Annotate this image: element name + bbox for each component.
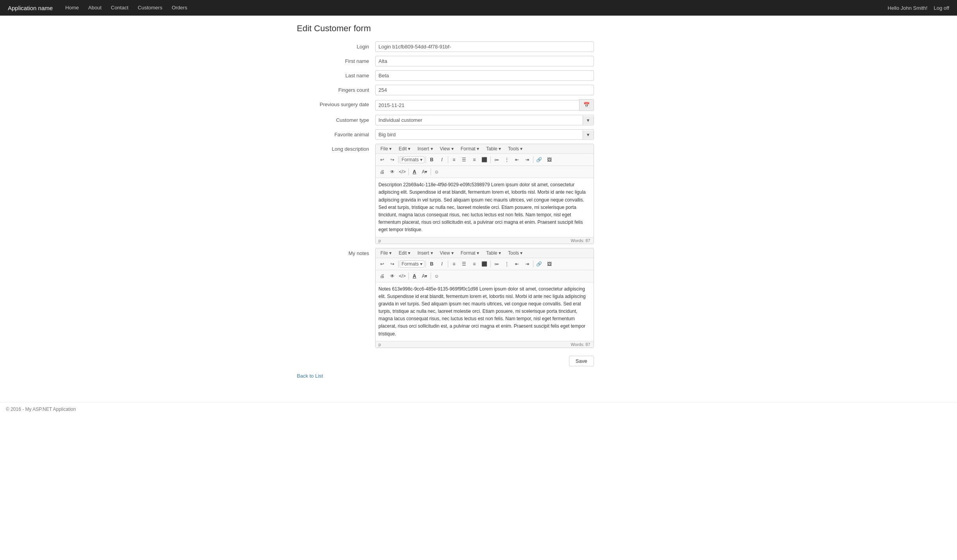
toolbar-sep3 (448, 156, 448, 163)
notes-menu-file[interactable]: File ▾ (377, 250, 395, 257)
toolbar-undo[interactable]: ↩ (377, 155, 387, 164)
toolbar-align-center[interactable]: ☰ (460, 155, 469, 164)
notes-group: My notes File ▾ Edit ▾ Insert ▾ View ▾ F… (297, 248, 660, 348)
notes-toolbar-emoji[interactable]: ☺ (432, 271, 442, 281)
long-desc-label: Long description (297, 144, 375, 152)
notes-toolbar-bg-color[interactable]: A▾ (420, 271, 429, 281)
notes-toolbar-sep5 (533, 260, 533, 268)
navbar: Application name Home About Contact Cust… (0, 0, 957, 16)
animal-group: Favorite animal Big bird Cat Dog ▼ (297, 129, 660, 140)
notes-toolbar-italic[interactable]: I (437, 259, 447, 269)
toolbar-font-color[interactable]: A (410, 167, 419, 177)
back-to-list-link[interactable]: Back to List (297, 373, 323, 379)
fingers-input[interactable] (375, 85, 594, 95)
toolbar-justify[interactable]: ⬛ (480, 155, 489, 164)
notes-toolbar-sep4 (490, 260, 491, 268)
notes-menu-format[interactable]: Format ▾ (458, 250, 482, 257)
notes-element: p (379, 342, 381, 347)
navbar-right: Hello John Smith! Log off (888, 5, 949, 11)
toolbar-num-list[interactable]: ⋮ (502, 155, 512, 164)
customer-type-select[interactable]: Individual customer Business customer (376, 115, 583, 125)
animal-select[interactable]: Big bird Cat Dog (376, 130, 583, 139)
notes-toolbar-font-color[interactable]: A (410, 271, 419, 281)
surgery-date-wrapper: 📅 (375, 99, 594, 111)
notes-words: Words: 87 (571, 342, 590, 347)
notes-toolbar-link[interactable]: 🔗 (535, 259, 544, 269)
toolbar-italic[interactable]: I (437, 155, 447, 164)
surgery-date-input[interactable] (375, 100, 579, 111)
toolbar-formats[interactable]: Formats ▾ (400, 156, 424, 163)
toolbar-preview[interactable]: 👁 (388, 167, 397, 177)
notes-menu-insert[interactable]: Insert ▾ (414, 250, 436, 257)
lastname-input[interactable] (375, 70, 594, 81)
menu-file[interactable]: File ▾ (377, 145, 395, 152)
notes-toolbar-justify[interactable]: ⬛ (480, 259, 489, 269)
nav-contact[interactable]: Contact (106, 0, 133, 16)
notes-toolbar-bullet-list[interactable]: ≔ (492, 259, 501, 269)
long-desc-words: Words: 87 (571, 238, 590, 243)
notes-menu-table[interactable]: Table ▾ (483, 250, 504, 257)
firstname-input[interactable] (375, 56, 594, 66)
notes-toolbar-num-list[interactable]: ⋮ (502, 259, 512, 269)
notes-toolbar-align-center[interactable]: ☰ (460, 259, 469, 269)
notes-toolbar-sep3 (448, 260, 448, 268)
toolbar-print[interactable]: 🖨 (377, 167, 387, 177)
toolbar-emoji[interactable]: ☺ (432, 167, 442, 177)
notes-toolbar-print[interactable]: 🖨 (377, 271, 387, 281)
notes-toolbar-indent[interactable]: ⇥ (522, 259, 532, 269)
customer-type-arrow[interactable]: ▼ (583, 116, 594, 125)
menu-format[interactable]: Format ▾ (458, 145, 482, 152)
toolbar-link[interactable]: 🔗 (535, 155, 544, 164)
toolbar-image[interactable]: 🖼 (545, 155, 554, 164)
long-desc-content[interactable]: Description 22b69a4c-118e-4f9d-9029-e09f… (376, 178, 594, 237)
menu-insert[interactable]: Insert ▾ (414, 145, 436, 152)
notes-toolbar-outdent[interactable]: ⇤ (512, 259, 522, 269)
app-brand[interactable]: Application name (8, 5, 53, 11)
notes-toolbar-undo[interactable]: ↩ (377, 259, 387, 269)
toolbar-bullet-list[interactable]: ≔ (492, 155, 501, 164)
notes-toolbar-redo[interactable]: ↪ (388, 259, 397, 269)
logout-link[interactable]: Log off (934, 5, 949, 11)
lastname-label: Last name (297, 70, 375, 78)
animal-arrow[interactable]: ▼ (583, 130, 594, 139)
toolbar-code[interactable]: </> (398, 167, 407, 177)
notes-menu-edit[interactable]: Edit ▾ (395, 250, 413, 257)
nav-customers[interactable]: Customers (133, 0, 167, 16)
notes-content[interactable]: Notes 613e998c-9cc6-485e-9135-969f9f0c1d… (376, 282, 594, 341)
notes-menu-tools[interactable]: Tools ▾ (505, 250, 526, 257)
notes-toolbar-bold[interactable]: B (427, 259, 436, 269)
nav-menu: Home About Contact Customers Orders (61, 0, 192, 16)
notes-toolbar-align-right[interactable]: ≡ (470, 259, 479, 269)
nav-about[interactable]: About (84, 0, 106, 16)
notes-toolbar-image[interactable]: 🖼 (545, 259, 554, 269)
surgery-calendar-button[interactable]: 📅 (579, 99, 594, 111)
user-greeting: Hello John Smith! (888, 5, 928, 11)
toolbar-redo[interactable]: ↪ (388, 155, 397, 164)
menu-view[interactable]: View ▾ (437, 145, 457, 152)
notes-menu-view[interactable]: View ▾ (437, 250, 457, 257)
login-input[interactable] (375, 41, 594, 52)
toolbar-outdent[interactable]: ⇤ (512, 155, 522, 164)
notes-editor: File ▾ Edit ▾ Insert ▾ View ▾ Format ▾ T… (375, 248, 594, 348)
notes-toolbar-preview[interactable]: 👁 (388, 271, 397, 281)
nav-home[interactable]: Home (61, 0, 84, 16)
toolbar-bg-color[interactable]: A▾ (420, 167, 429, 177)
toolbar-sep6 (408, 168, 409, 175)
menu-edit[interactable]: Edit ▾ (395, 145, 413, 152)
menu-tools[interactable]: Tools ▾ (505, 145, 526, 152)
toolbar-align-right[interactable]: ≡ (470, 155, 479, 164)
toolbar-indent[interactable]: ⇥ (522, 155, 532, 164)
fingers-label: Fingers count (297, 85, 375, 93)
notes-toolbar-sep2 (426, 260, 426, 268)
notes-statusbar: p Words: 87 (376, 341, 594, 348)
notes-toolbar-formats[interactable]: Formats ▾ (400, 260, 424, 268)
long-desc-toolbar2: 🖨 👁 </> A A▾ ☺ (376, 166, 594, 178)
save-button[interactable]: Save (569, 356, 594, 366)
menu-table[interactable]: Table ▾ (483, 145, 504, 152)
toolbar-align-left[interactable]: ≡ (449, 155, 459, 164)
nav-orders[interactable]: Orders (167, 0, 192, 16)
notes-toolbar-code[interactable]: </> (398, 271, 407, 281)
notes-toolbar-align-left[interactable]: ≡ (449, 259, 459, 269)
firstname-label: First name (297, 56, 375, 64)
toolbar-bold[interactable]: B (427, 155, 436, 164)
